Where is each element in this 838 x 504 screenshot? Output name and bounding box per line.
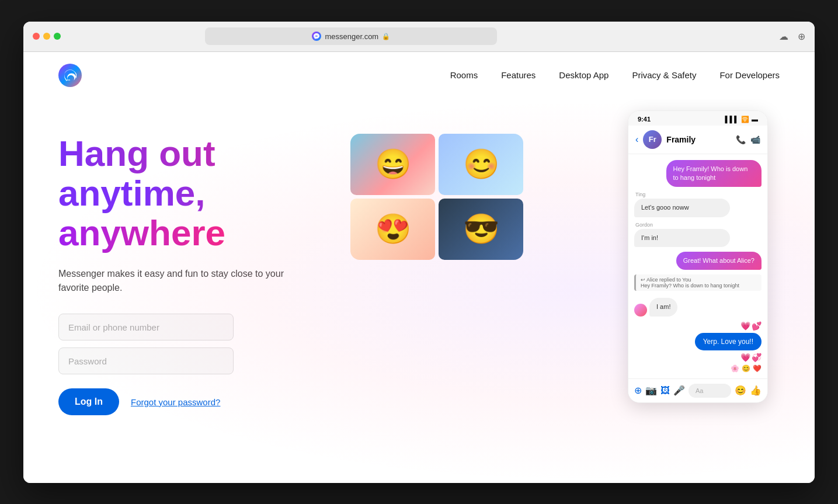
group-name: Framily bbox=[666, 135, 731, 144]
nav-link-for-developers[interactable]: For Developers bbox=[719, 70, 780, 80]
chat-text-input[interactable]: Aa bbox=[689, 384, 731, 398]
chat-header-icons: 📞 📹 bbox=[736, 135, 760, 144]
minimize-button[interactable] bbox=[43, 33, 50, 40]
video-thumb-4: 😎 bbox=[439, 199, 523, 260]
hero-title-line2: anytime, bbox=[58, 173, 350, 213]
heart-3: 💗 bbox=[740, 353, 750, 362]
forgot-password-link[interactable]: Forgot your password? bbox=[131, 397, 220, 407]
hero-title-line1: Hang out bbox=[58, 134, 350, 173]
heart-decorations: 💗 💕 bbox=[740, 321, 761, 331]
page-content: Rooms Features Desktop App Privacy & Saf… bbox=[23, 52, 815, 483]
message-7-wrapper: 💗 💕 Yerp. Love you!! 💗 💞 � bbox=[695, 321, 761, 373]
messenger-logo-icon bbox=[58, 64, 82, 87]
thumbsup-icon[interactable]: 👍 bbox=[750, 385, 761, 396]
person-2: 😊 bbox=[439, 134, 523, 195]
phone-time: 9:41 bbox=[638, 116, 651, 123]
browser-chrome: messenger.com 🔒 ☁ ⊕ bbox=[23, 22, 815, 52]
message-6-wrapper: I am! bbox=[634, 298, 761, 316]
traffic-lights bbox=[33, 33, 61, 40]
heart-1: 💗 bbox=[740, 321, 750, 331]
main-content: Hang out anytime, anywhere Messenger mak… bbox=[23, 99, 815, 483]
nav-link-rooms[interactable]: Rooms bbox=[450, 70, 478, 80]
nav-link-desktop-app[interactable]: Desktop App bbox=[559, 70, 608, 80]
battery-icon: ▬ bbox=[752, 116, 758, 123]
heart-2: 💕 bbox=[752, 321, 761, 331]
sender-gordon: Gordon bbox=[634, 222, 761, 228]
right-panel: 😄 😊 😍 😎 9:41 bbox=[350, 110, 780, 483]
login-form bbox=[58, 314, 350, 374]
login-actions: Log In Forgot your password? bbox=[58, 388, 350, 415]
wifi-icon: 🛜 bbox=[741, 116, 749, 123]
email-input[interactable] bbox=[58, 314, 234, 340]
reaction-emoji-3: ❤️ bbox=[753, 364, 761, 373]
message-4: Great! What about Alice? bbox=[676, 252, 761, 270]
message-2-wrapper: Ting Let's gooo noww bbox=[634, 192, 761, 217]
heart-decorations-2: 💗 💞 bbox=[740, 353, 761, 362]
site-favicon bbox=[312, 32, 321, 41]
message-1: Hey Framily! Who is down to hang tonight bbox=[666, 160, 762, 187]
phone-status-bar: 9:41 ▌▌▌ 🛜 ▬ bbox=[628, 111, 767, 126]
address-bar[interactable]: messenger.com 🔒 bbox=[205, 27, 497, 45]
photo-icon[interactable]: 🖼 bbox=[660, 385, 670, 396]
camera-icon[interactable]: 📷 bbox=[645, 385, 657, 396]
nav-link-privacy-safety[interactable]: Privacy & Safety bbox=[632, 70, 696, 80]
back-button[interactable]: ‹ bbox=[635, 134, 638, 145]
alice-avatar bbox=[634, 304, 647, 317]
heart-4: 💞 bbox=[752, 353, 761, 362]
phone-mockup: 9:41 ▌▌▌ 🛜 ▬ ‹ Fr Framily 📞 bbox=[628, 110, 768, 403]
mic-icon[interactable]: 🎤 bbox=[673, 385, 685, 396]
message-3-wrapper: Gordon I'm in! bbox=[634, 222, 761, 247]
status-icons: ▌▌▌ 🛜 ▬ bbox=[725, 116, 758, 123]
video-thumb-3: 😍 bbox=[350, 199, 435, 260]
nav-link-features[interactable]: Features bbox=[501, 70, 536, 80]
left-panel: Hang out anytime, anywhere Messenger mak… bbox=[58, 110, 350, 483]
cloud-icon: ☁ bbox=[779, 31, 788, 42]
password-input[interactable] bbox=[58, 347, 234, 374]
video-call-icon[interactable]: 📹 bbox=[750, 135, 760, 144]
hero-subtitle: Messenger makes it easy and fun to stay … bbox=[58, 267, 292, 295]
group-avatar: Fr bbox=[643, 130, 662, 149]
browser-window: messenger.com 🔒 ☁ ⊕ Rooms Features Deskt… bbox=[23, 22, 815, 483]
lock-icon: 🔒 bbox=[382, 33, 390, 40]
reaction-emoji-1: 🌸 bbox=[731, 364, 739, 373]
download-icon: ⊕ bbox=[798, 31, 805, 42]
reaction-emoji-2: 😊 bbox=[742, 364, 750, 373]
hero-title: Hang out anytime, anywhere bbox=[58, 134, 350, 253]
person-4: 😎 bbox=[439, 199, 523, 260]
person-1: 😄 bbox=[350, 134, 435, 195]
message-3: I'm in! bbox=[634, 229, 730, 247]
sender-ting: Ting bbox=[634, 192, 761, 197]
browser-actions: ☁ ⊕ bbox=[779, 31, 805, 42]
signal-icon: ▌▌▌ bbox=[725, 116, 739, 123]
reactions: 🌸 😊 ❤️ bbox=[731, 364, 761, 373]
emoji-icon[interactable]: 😊 bbox=[735, 385, 746, 396]
message-7: Yerp. Love you!! bbox=[695, 333, 761, 350]
plus-icon[interactable]: ⊕ bbox=[634, 385, 642, 396]
close-button[interactable] bbox=[33, 33, 40, 40]
chat-header: ‹ Fr Framily 📞 📹 bbox=[628, 126, 767, 154]
login-button[interactable]: Log In bbox=[58, 388, 119, 415]
maximize-button[interactable] bbox=[54, 33, 61, 40]
nav-links: Rooms Features Desktop App Privacy & Saf… bbox=[450, 70, 780, 81]
video-thumb-2: 😊 bbox=[439, 134, 523, 195]
reply-preview: ↩ Alice replied to YouHey Framily? Who i… bbox=[634, 274, 761, 291]
main-nav: Rooms Features Desktop App Privacy & Saf… bbox=[23, 52, 815, 99]
video-grid: 😄 😊 😍 😎 bbox=[350, 134, 523, 260]
video-thumb-1: 😄 bbox=[350, 134, 435, 195]
message-2: Let's gooo noww bbox=[634, 199, 730, 217]
chat-bottom-bar: ⊕ 📷 🖼 🎤 Aa 😊 👍 bbox=[628, 378, 767, 402]
message-6: I am! bbox=[649, 298, 677, 316]
chat-messages: Hey Framily! Who is down to hang tonight… bbox=[628, 154, 767, 378]
voice-call-icon[interactable]: 📞 bbox=[736, 135, 746, 144]
person-3: 😍 bbox=[350, 199, 435, 260]
url-text: messenger.com bbox=[325, 32, 378, 41]
hero-title-line3: anywhere bbox=[58, 213, 350, 253]
nav-logo[interactable] bbox=[58, 64, 82, 87]
message-5-wrapper: ↩ Alice replied to YouHey Framily? Who i… bbox=[634, 274, 761, 293]
